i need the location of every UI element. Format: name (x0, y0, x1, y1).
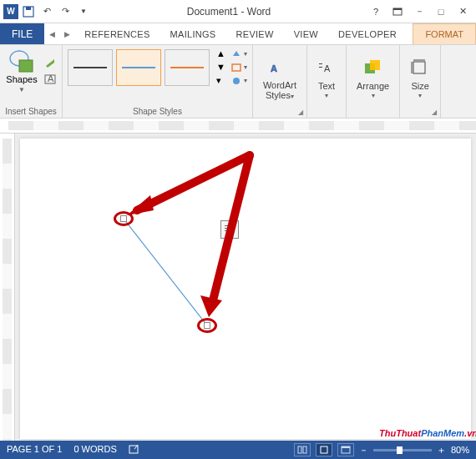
zoom-out-icon[interactable]: － (359, 444, 368, 456)
web-layout-icon[interactable] (337, 443, 354, 456)
svg-text:A: A (324, 63, 331, 73)
chevron-down-icon: ▼ (18, 86, 25, 93)
dialog-launcher-icon[interactable]: ◢ (298, 108, 303, 116)
tab-view[interactable]: VIEW (284, 23, 328, 44)
page-canvas[interactable] (20, 139, 471, 439)
qat-customize-icon[interactable]: ▼ (75, 3, 92, 20)
group-text: A Text ▾ (307, 45, 347, 118)
dialog-launcher-icon[interactable]: ◢ (432, 108, 437, 116)
shapes-button[interactable]: Shapes ▼ (5, 48, 38, 93)
wordart-label: WordArtStyles▾ (263, 80, 296, 101)
save-icon[interactable] (20, 3, 37, 20)
annotation-arrows (20, 139, 471, 439)
svg-rect-25 (298, 446, 301, 453)
chevron-down-icon: ▾ (372, 92, 375, 99)
svg-rect-12 (319, 63, 322, 64)
help-icon[interactable]: ? (366, 3, 386, 20)
svg-text:A: A (48, 74, 54, 83)
svg-rect-17 (413, 62, 425, 73)
text-box-icon[interactable]: A (43, 73, 57, 85)
shapes-label: Shapes (6, 74, 37, 84)
svg-rect-1 (26, 7, 31, 10)
shape-effects-icon[interactable]: ▾ (230, 76, 247, 86)
chevron-down-icon: ▾ (418, 92, 422, 99)
tab-references[interactable]: REFERENCES (74, 23, 160, 44)
group-wordart: A WordArtStyles▾ ◢ (253, 45, 307, 118)
annotation-circle (114, 211, 134, 226)
wordart-styles-button[interactable]: A WordArtStyles▾ (258, 48, 301, 105)
tab-review[interactable]: REVIEW (226, 23, 284, 44)
svg-rect-3 (393, 8, 402, 10)
ribbon-options-icon[interactable] (387, 3, 408, 20)
svg-rect-16 (370, 60, 380, 70)
group-size: Size ▾ ◢ (400, 45, 441, 118)
watermark-text: ThuThuatPhanMem.vn (379, 421, 476, 441)
svg-rect-26 (303, 446, 306, 453)
zoom-in-icon[interactable]: ＋ (437, 444, 446, 456)
arrange-button[interactable]: Arrange ▾ (352, 48, 394, 105)
tab-format[interactable]: FORMAT (413, 23, 476, 44)
shape-fill-icon[interactable]: ▾ (230, 49, 247, 59)
size-label: Size (411, 81, 428, 91)
svg-rect-5 (19, 60, 33, 72)
drawn-line-shape[interactable] (124, 219, 207, 325)
horizontal-ruler[interactable] (0, 119, 476, 134)
zoom-slider[interactable] (373, 449, 432, 451)
tab-file[interactable]: FILE (0, 23, 44, 44)
shape-outline-icon[interactable]: ▾ (230, 63, 247, 73)
group-label-insert-shapes: Insert Shapes (5, 105, 57, 116)
svg-rect-29 (342, 446, 350, 448)
svg-rect-9 (232, 64, 241, 71)
minimize-icon[interactable]: － (409, 3, 429, 20)
arrange-label: Arrange (357, 81, 389, 91)
size-button[interactable]: Size ▾ (405, 48, 435, 105)
title-bar: W ↶ ↷ ▼ Document1 - Word ? － □ ✕ (0, 0, 476, 23)
print-layout-icon[interactable] (316, 443, 332, 456)
svg-rect-19 (225, 225, 229, 226)
undo-icon[interactable]: ↶ (38, 3, 55, 20)
gallery-up-icon[interactable]: ▲ (216, 48, 225, 58)
svg-rect-13 (319, 67, 322, 68)
chevron-down-icon: ▾ (325, 92, 328, 99)
ribbon: Shapes ▼ A Insert Shapes ▲ ▼ ▾ ▾ ▾ ▾ (0, 45, 476, 119)
text-label: Text (318, 81, 335, 91)
svg-line-18 (124, 219, 207, 325)
shape-style-2[interactable] (116, 49, 161, 86)
group-insert-shapes: Shapes ▼ A Insert Shapes (0, 45, 63, 118)
shape-style-1[interactable] (68, 49, 113, 86)
tab-mailings[interactable]: MAILINGS (160, 23, 226, 44)
group-shape-styles: ▲ ▼ ▾ ▾ ▾ ▾ Shape Styles (63, 45, 253, 118)
group-label-wordart: ◢ (258, 114, 301, 116)
close-icon[interactable]: ✕ (453, 3, 473, 20)
layout-options-icon[interactable] (220, 220, 239, 239)
maximize-icon[interactable]: □ (431, 3, 451, 20)
svg-rect-27 (321, 446, 327, 453)
group-label-shape-styles: Shape Styles (68, 105, 247, 116)
gallery-more-icon[interactable]: ▾ (216, 75, 225, 86)
svg-point-10 (233, 78, 240, 84)
annotation-circle (197, 318, 217, 333)
window-title: Document1 - Word (92, 6, 366, 18)
shape-style-3[interactable] (165, 49, 210, 86)
document-area (0, 134, 476, 444)
edit-shape-icon[interactable] (43, 57, 57, 68)
text-button[interactable]: A Text ▾ (312, 48, 341, 105)
word-app-icon: W (3, 4, 18, 19)
tab-nav-right-icon[interactable]: ▶ (59, 23, 74, 44)
read-mode-icon[interactable] (294, 443, 311, 456)
ribbon-tabs: FILE ◀ ▶ REFERENCES MAILINGS REVIEW VIEW… (0, 23, 476, 45)
svg-text:A: A (271, 63, 277, 73)
group-arrange: Arrange ▾ (347, 45, 400, 118)
gallery-down-icon[interactable]: ▼ (216, 62, 225, 72)
tab-developer[interactable]: DEVELOPER (328, 23, 407, 44)
svg-marker-22 (127, 195, 154, 215)
redo-icon[interactable]: ↷ (57, 3, 73, 20)
status-proofing-icon[interactable] (129, 444, 140, 456)
zoom-level[interactable]: 80% (451, 445, 469, 455)
svg-marker-6 (46, 59, 54, 68)
status-page[interactable]: PAGE 1 OF 1 (7, 444, 62, 456)
tab-nav-left-icon[interactable]: ◀ (44, 23, 59, 44)
status-words[interactable]: 0 WORDS (73, 444, 116, 456)
status-bar: PAGE 1 OF 1 0 WORDS － ＋ 80% (0, 441, 476, 459)
vertical-ruler[interactable] (0, 134, 15, 444)
